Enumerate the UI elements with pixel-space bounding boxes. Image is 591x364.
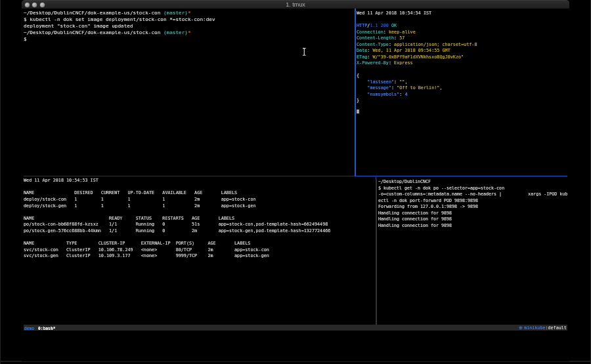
tmux-window-label[interactable]: 0:bash* <box>38 326 56 331</box>
pane-http-response-top-right[interactable]: Wed 11 Apr 2018 10:54:54 IST HTTP/1.1 20… <box>357 10 591 197</box>
maximize-button-icon[interactable] <box>40 3 45 7</box>
tmux-status-left: demo0:bash* <box>24 324 87 330</box>
terminal-cursor <box>357 110 360 113</box>
pane-divider-vertical-bottom[interactable] <box>376 179 377 325</box>
kube-context-name: minikube <box>524 325 545 331</box>
tmux-session-name: demo <box>24 326 34 331</box>
window-titlebar: 1. tmux <box>22 0 569 9</box>
pane-divider-horizontal-left[interactable] <box>24 176 354 177</box>
helm-icon: ⎈ <box>519 325 524 331</box>
window-title: 1. tmux <box>22 1 569 9</box>
pane-port-forward-bottom-right[interactable]: ~/Desktop/DublinCNCF$ kubectl get -n dok… <box>378 178 591 278</box>
tmux-status-bar: demo0:bash* ⎈ minikube:default <box>24 325 567 331</box>
image-left-edge <box>0 0 1 364</box>
screenshot-root: { "window": { "title": "1. tmux" }, "col… <box>0 0 591 364</box>
kube-namespace: :default <box>545 325 566 331</box>
close-button-icon[interactable] <box>25 3 30 7</box>
pane-divider-vertical-top-active[interactable] <box>355 9 356 176</box>
pane-shell-top-left[interactable]: ~/Desktop/DublinCNCF/dok-example-us/stoc… <box>24 9 406 75</box>
mouse-ibeam-cursor <box>302 48 307 56</box>
pane-divider-horizontal-right-active[interactable] <box>355 176 567 177</box>
